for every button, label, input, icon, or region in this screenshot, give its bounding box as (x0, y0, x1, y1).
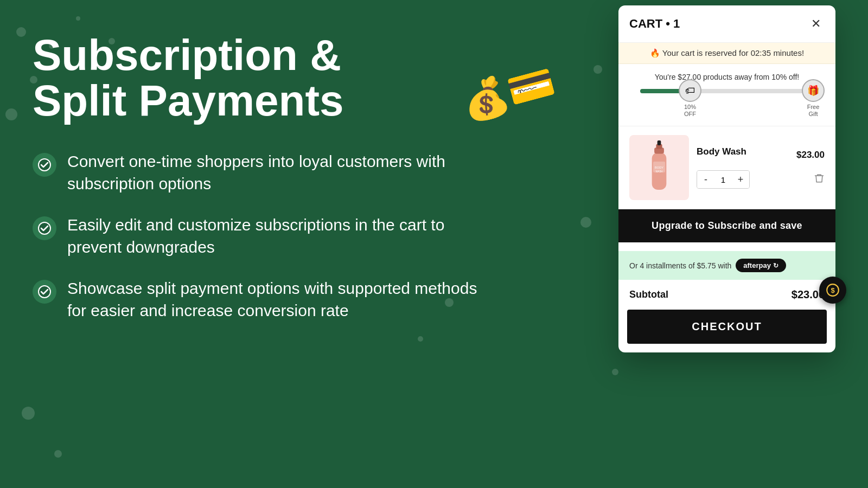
check-icon-3 (33, 280, 56, 304)
trash-icon (814, 173, 825, 184)
checkmark-svg-3 (38, 285, 51, 298)
progress-section: You're $27.00 products away from 10% off… (618, 64, 835, 126)
close-button[interactable]: ✕ (807, 15, 825, 33)
coin-svg: $ (826, 283, 840, 297)
feature-text-3: Showcase split payment options with supp… (67, 278, 477, 322)
svg-point-2 (39, 286, 50, 298)
afterpay-label: afterpay (743, 261, 771, 269)
checkmark-svg-1 (38, 158, 51, 171)
quantity-control: - 1 + (697, 170, 750, 189)
product-info: Body Wash $23.00 - 1 + (697, 146, 825, 189)
feature-list: Convert one-time shoppers into loyal cus… (33, 151, 477, 322)
product-row: BODY WASH Body Wash $23.00 - 1 + (618, 126, 835, 209)
afterpay-section: Or 4 installments of $5.75 with afterpay… (618, 251, 835, 280)
afterpay-logo-arrow: ↻ (773, 262, 778, 269)
milestone-discount-icon: 🏷 10%OFF (679, 79, 701, 118)
quantity-decrease-button[interactable]: - (697, 171, 714, 188)
product-price: $23.00 (796, 150, 825, 160)
progress-bar (640, 89, 814, 93)
feature-text-1: Convert one-time shoppers into loyal cus… (67, 151, 477, 195)
milestone-gift-icon: 🎁 FreeGift (802, 79, 825, 118)
progress-text: You're $27.00 products away from 10% off… (629, 73, 825, 81)
feature-item-3: Showcase split payment options with supp… (33, 278, 477, 322)
product-svg: BODY WASH (640, 140, 678, 195)
checkout-button[interactable]: CHECKOUT (627, 310, 827, 344)
subscribe-button[interactable]: Upgrade to Subscribe and save (618, 209, 835, 242)
product-image: BODY WASH (629, 135, 689, 200)
feature-item-2: Easily edit and customize subscriptions … (33, 214, 477, 258)
spacer (618, 242, 835, 251)
cart-title: CART • 1 (629, 17, 680, 31)
delete-product-button[interactable] (814, 173, 825, 187)
feature-text-2: Easily edit and customize subscriptions … (67, 214, 477, 258)
milestone-2-label: FreeGift (807, 104, 820, 117)
left-panel: Subscription &Split Payments Convert one… (33, 33, 477, 322)
quantity-row: - 1 + (697, 170, 825, 189)
svg-point-0 (39, 159, 50, 171)
svg-rect-6 (658, 140, 661, 145)
product-name: Body Wash (697, 146, 746, 157)
svg-text:WASH: WASH (655, 170, 662, 173)
checkmark-svg-2 (38, 222, 51, 235)
cart-panel: CART • 1 ✕ 🔥 Your cart is reserved for 0… (618, 5, 835, 352)
main-title: Subscription &Split Payments (33, 33, 477, 124)
subtotal-label: Subtotal (629, 289, 668, 300)
afterpay-badge[interactable]: afterpay ↻ (736, 259, 786, 272)
subtotal-row: Subtotal $23.00 (618, 280, 835, 310)
timer-text: Your cart is reserved for 02:35 minutes! (662, 48, 804, 57)
feature-item-1: Convert one-time shoppers into loyal cus… (33, 151, 477, 195)
check-icon-2 (33, 216, 56, 240)
product-header: Body Wash $23.00 (697, 146, 825, 164)
quantity-increase-button[interactable]: + (732, 171, 749, 188)
quantity-value: 1 (714, 171, 732, 188)
timer-banner: 🔥 Your cart is reserved for 02:35 minute… (618, 43, 835, 64)
floating-coin-icon: $ (819, 277, 846, 304)
svg-text:$: $ (831, 286, 835, 294)
cart-header: CART • 1 ✕ (618, 5, 835, 43)
svg-text:BODY: BODY (655, 166, 663, 169)
milestone-1-label: 10%OFF (684, 104, 696, 117)
timer-emoji: 🔥 (650, 48, 660, 57)
afterpay-text: Or 4 installments of $5.75 with (629, 261, 731, 270)
check-icon-1 (33, 153, 56, 177)
svg-point-1 (39, 222, 50, 234)
